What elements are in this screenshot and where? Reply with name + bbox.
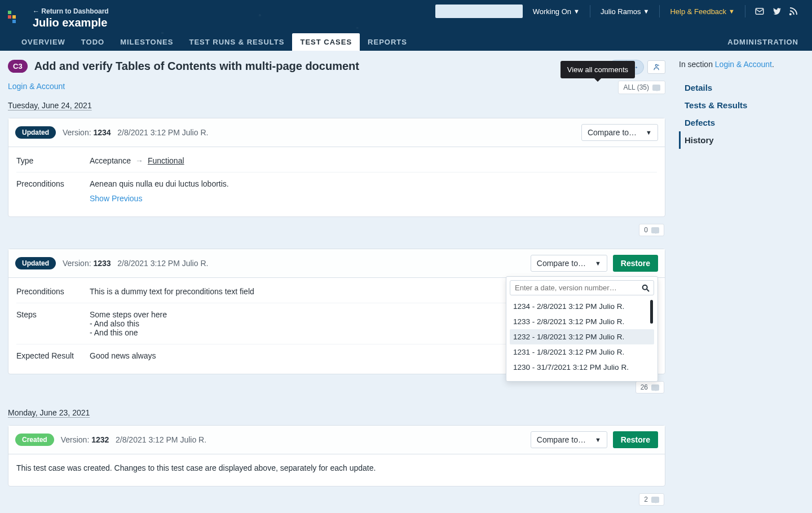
svg-point-4 [655,64,657,67]
rss-icon[interactable] [788,6,798,16]
comment-count[interactable]: 2 [639,493,664,506]
divider [745,5,745,17]
divider [659,5,660,17]
tab-reports[interactable]: REPORTS [360,33,415,51]
compare-search[interactable] [510,280,654,295]
svg-point-3 [790,14,791,15]
title-row: C3 Add and verify Tables of Contents wit… [8,60,665,73]
tooltip-view-comments: View all comments [561,61,635,78]
compare-option[interactable]: 1231 - 1/8/2021 3:12 PM Julio R. [510,344,654,360]
sidebar-item-defects[interactable]: Defects [679,114,806,131]
search-icon [641,284,650,293]
version-meta: Version: 1234 2/8/2021 3:12 PM Julio R. [63,128,208,137]
section-breadcrumb[interactable]: Login & Account [8,82,65,91]
compare-option[interactable]: 1232 - 1/8/2021 3:12 PM Julio R. [510,329,654,344]
preconditions-value: Aenean quis nulla eu dui luctus lobortis… [90,179,657,188]
version-label: Version: [61,435,90,444]
type-new: Functional [148,156,184,165]
field-value: Acceptance → Functional [90,156,657,165]
sidebar: In section Login & Account. Details Test… [673,51,812,513]
user-selector[interactable]: Julio Ramos ▼ [597,7,652,16]
sidebar-intro: In section Login & Account. [679,60,806,69]
compare-dropdown: 1234 - 2/8/2021 3:12 PM Julio R. 1233 - … [506,276,658,382]
case-title: Add and verify Tables of Contents with m… [34,60,359,73]
all-comments-button[interactable]: ALL (35) [618,81,665,94]
field-row-preconditions: Preconditions Aenean quis nulla eu dui l… [16,173,657,210]
comment-count[interactable]: 26 [636,381,664,393]
card-actions: Compare to… ▼ Restore [531,431,658,448]
card-actions: Compare to… ▼ Restore 1234 - 2/8/2021 3:… [531,255,658,272]
global-search[interactable] [435,5,523,18]
comment-count-value: 2 [644,496,648,503]
mail-icon[interactable] [754,6,765,16]
chevron-down-icon: ▼ [643,8,649,15]
comment-count[interactable]: 0 [639,224,664,236]
main-tabs: OVERVIEW TODO MILESTONES TEST RUNS & RES… [0,32,812,51]
divider [590,5,590,17]
status-badge-updated: Updated [15,257,56,269]
sidebar-item-details[interactable]: Details [679,79,806,96]
chevron-down-icon: ▼ [595,436,601,443]
field-row-type: Type Acceptance → Functional [16,149,657,173]
date-heading-1: Tuesday, June 24, 2021 [8,101,665,110]
content: C3 Add and verify Tables of Contents wit… [0,51,812,513]
created-message: This test case was created. Changes to t… [16,457,657,479]
global-search-input[interactable] [439,7,526,16]
sidebar-item-history[interactable]: History [679,131,806,149]
project-name: Julio example [33,16,109,29]
sidebar-item-tests-results[interactable]: Tests & Results [679,96,806,114]
user-name-label: Julio Ramos [601,7,641,16]
working-on-label: Working On [533,7,571,16]
version-meta: Version: 1233 2/8/2021 3:12 PM Julio R. [63,259,208,268]
twitter-icon[interactable] [771,6,782,16]
chevron-down-icon: ▼ [573,8,580,15]
tab-todo[interactable]: TODO [73,33,112,51]
compare-to-button[interactable]: Compare to… ▼ [531,255,607,272]
compare-option[interactable]: 1233 - 2/8/2021 3:12 PM Julio R. [510,314,654,329]
return-dashboard-link[interactable]: ← Return to Dashboard [33,7,109,15]
comment-count-value: 0 [644,226,648,234]
field-label: Steps [16,310,90,337]
tab-administration[interactable]: ADMINISTRATION [727,33,798,51]
version-label: Version: [63,128,91,137]
show-previous-link[interactable]: Show Previous [90,194,142,203]
history-card: Updated Version: 1234 2/8/2021 3:12 PM J… [8,118,665,217]
field-label: Preconditions [16,287,90,296]
restore-button[interactable]: Restore [613,431,658,448]
tab-overview[interactable]: OVERVIEW [14,33,73,51]
comment-icon [651,227,659,233]
compare-search-input[interactable] [514,283,641,293]
comment-icon [651,497,659,503]
scrollbar[interactable] [650,300,653,324]
history-card-header: Updated Version: 1234 2/8/2021 3:12 PM J… [8,118,665,147]
tab-test-cases[interactable]: TEST CASES [292,33,360,51]
help-feedback-selector[interactable]: Help & Feedback ▼ [667,7,738,16]
card-actions: Compare to… ▼ [581,124,658,141]
compare-list: 1234 - 2/8/2021 3:12 PM Julio R. 1233 - … [510,299,654,378]
app-logo-icon[interactable] [8,11,23,25]
version-number: 1232 [91,435,109,444]
version-timestamp: 2/8/2021 3:12 PM Julio R. [116,435,206,444]
working-on-selector[interactable]: Working On ▼ [529,7,583,16]
sidebar-section-link[interactable]: Login & Account [715,60,772,69]
field-label: Expected Result [16,351,90,360]
compare-option[interactable]: 1230 - 31/7/2021 3:12 PM Julio R. [510,360,654,375]
chevron-down-icon: ▼ [729,8,735,15]
case-id-badge: C3 [8,60,28,73]
compare-to-button[interactable]: Compare to… ▼ [531,431,607,448]
history-card-header: Updated Version: 1233 2/8/2021 3:12 PM J… [8,249,665,278]
sidebar-intro-text: In section [679,60,715,69]
restore-button[interactable]: Restore [613,255,658,272]
history-card-header: Created Version: 1232 2/8/2021 3:12 PM J… [8,426,665,454]
history-card: Updated Version: 1233 2/8/2021 3:12 PM J… [8,249,665,374]
type-old: Acceptance [90,156,131,165]
title-action-1[interactable] [647,60,665,74]
tab-milestones[interactable]: MILESTONES [112,33,181,51]
compare-option[interactable]: 1229 - 23/7/2021 3:12 PM Julio R. [510,375,654,378]
compare-to-button[interactable]: Compare to… ▼ [581,124,658,141]
history-card: Created Version: 1232 2/8/2021 3:12 PM J… [8,425,665,487]
header-right: Working On ▼ Julio Ramos ▼ Help & Feedba… [435,5,798,18]
version-timestamp: 2/8/2021 3:12 PM Julio R. [117,259,208,268]
compare-option[interactable]: 1234 - 2/8/2021 3:12 PM Julio R. [510,299,654,314]
tab-test-runs[interactable]: TEST RUNS & RESULTS [181,33,292,51]
